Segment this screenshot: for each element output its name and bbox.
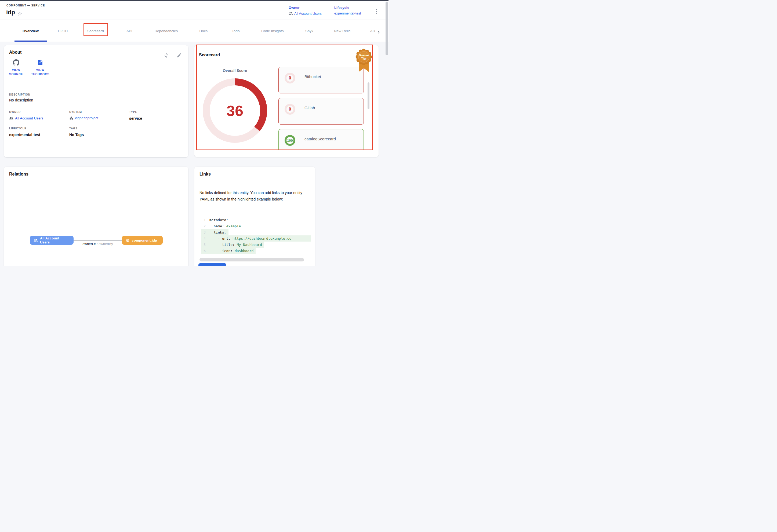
people-icon: [33, 238, 38, 242]
chip-icon: [126, 238, 130, 242]
scorecard-item-catalogscorecard[interactable]: 100catalogScorecard: [279, 129, 364, 150]
tab-new-relic[interactable]: New Relic: [334, 29, 350, 33]
favorite-star-icon[interactable]: [17, 11, 22, 16]
view-techdocs-label: VIEW TECHDOCS: [31, 68, 49, 76]
code-line-4: 4 - url: https://dashboard.example.co: [201, 235, 311, 242]
view-source-link[interactable]: VIEW SOURCE: [6, 59, 26, 76]
scorecard-item-gitlab[interactable]: 0Gitlab: [279, 98, 364, 125]
edge-to-label: ownedBy: [99, 242, 113, 246]
description-label: DESCRIPTION: [9, 93, 30, 96]
owner-value[interactable]: All Account Users: [289, 11, 322, 16]
tab-code-insights[interactable]: Code Insights: [261, 29, 284, 33]
edge-from-label: ownerOf: [83, 242, 96, 246]
view-source-label: VIEW SOURCE: [9, 68, 23, 76]
owner-summary: Owner All Account Users: [289, 6, 322, 16]
scorecard-item-label: Gitlab: [305, 106, 315, 110]
edit-pencil-icon[interactable]: [177, 52, 182, 58]
relation-node-owner[interactable]: All Account Users: [30, 236, 74, 245]
tab-snyk[interactable]: Snyk: [305, 29, 313, 33]
tab-dependencies[interactable]: Dependencies: [155, 29, 178, 33]
score-ring: 100: [285, 135, 295, 146]
code-line-3: 3 links:: [201, 229, 311, 235]
code-line-2: 2 name: example: [201, 223, 311, 229]
page-title: idp: [6, 9, 15, 16]
tags-field-label: TAGS: [69, 127, 78, 130]
owner-field-link: All Account Users: [15, 116, 43, 120]
category-icon: [69, 116, 73, 120]
description-value: No description: [9, 98, 33, 102]
links-card-title: Links: [200, 172, 211, 177]
relation-node-component[interactable]: component:idp: [122, 236, 163, 245]
page-scrollbar[interactable]: [385, 2, 388, 55]
document-icon: [37, 59, 43, 66]
badge-text-line1: Bronze: [359, 54, 369, 57]
about-card-title: About: [9, 50, 21, 55]
lifecycle-field-label: LIFECYCLE: [9, 127, 27, 130]
code-horizontal-scrollbar[interactable]: [200, 258, 304, 261]
owner-link: All Account Users: [294, 12, 322, 16]
tabs-scroll-right-icon[interactable]: [376, 30, 381, 34]
tab-todo[interactable]: Todo: [232, 29, 239, 33]
scorecard-item-list: 0Bitbucket0Gitlab100catalogScorecard: [279, 67, 364, 150]
type-field-label: TYPE: [129, 111, 137, 114]
overall-score-value: 36: [203, 79, 267, 143]
owner-label: Owner: [289, 6, 322, 10]
tab-overview[interactable]: Overview: [22, 29, 39, 33]
system-field-link: vigneshproject: [75, 116, 98, 120]
lifecycle-field-value: experimental-test: [9, 133, 40, 137]
overall-score-label: Overall Score: [203, 69, 267, 73]
scorecard-item-label: catalogScorecard: [305, 137, 336, 141]
tab-docs[interactable]: Docs: [200, 29, 208, 33]
view-techdocs-link[interactable]: VIEW TECHDOCS: [26, 59, 54, 76]
page-header: COMPONENT — SERVICE idp Owner All Accoun…: [0, 1, 388, 20]
scorecard-card-title: Scorecard: [199, 52, 220, 57]
github-icon: [13, 59, 19, 66]
score-ring: 0: [285, 73, 295, 84]
component-node-label: component:idp: [132, 238, 157, 242]
more-options-icon[interactable]: [374, 7, 379, 16]
active-tab-indicator: [14, 40, 47, 42]
scorecard-item-bitbucket[interactable]: 0Bitbucket: [279, 67, 364, 94]
people-icon: [289, 11, 293, 16]
tags-field-value: No Tags: [69, 133, 84, 137]
people-icon: [9, 116, 13, 120]
cut-off-blue-button[interactable]: [198, 263, 226, 266]
tab-bar: OverviewCI/CDScorecardAPIDependenciesDoc…: [0, 20, 388, 42]
scorecard-item-label: Bitbucket: [305, 74, 321, 79]
relation-edge-line: [74, 240, 122, 241]
lifecycle-label: Lifecycle: [334, 6, 361, 10]
owner-field-value[interactable]: All Account Users: [9, 116, 43, 120]
score-ring: 0: [285, 104, 295, 115]
code-line-5: 5 title: My Dashboard: [201, 242, 311, 248]
code-line-1: 1metadata:: [201, 217, 311, 223]
system-field-label: SYSTEM: [69, 111, 82, 114]
type-field-value: service: [129, 116, 142, 121]
owner-node-label: All Account Users: [40, 236, 70, 244]
refresh-icon[interactable]: [164, 52, 169, 58]
relations-card: [4, 167, 188, 266]
system-field-value[interactable]: vigneshproject: [69, 116, 98, 120]
tab-ci-cd[interactable]: CI/CD: [58, 29, 68, 33]
badge-text-line2: Tier: [361, 57, 367, 60]
bronze-tier-badge: Bronze Tier: [355, 48, 373, 73]
relation-edge-label: ownerOf / ownedBy: [74, 242, 122, 246]
relations-card-title: Relations: [9, 172, 28, 177]
lifecycle-summary: Lifecycle experimental-test: [334, 6, 361, 15]
tab-ad[interactable]: AD: [370, 29, 375, 33]
tab-api[interactable]: API: [126, 29, 132, 33]
links-empty-message: No links defined for this entity. You ca…: [200, 189, 307, 203]
owner-field-label: OWNER: [9, 111, 21, 114]
yaml-code-example: 1metadata:2 name: example3 links:4 - url…: [201, 217, 311, 254]
lifecycle-value: experimental-test: [334, 11, 361, 15]
scorecard-list-scrollbar[interactable]: [367, 83, 369, 109]
code-line-6: 6 icon: dashboard: [201, 248, 311, 254]
tab-scorecard[interactable]: Scorecard: [87, 29, 104, 33]
breadcrumb: COMPONENT — SERVICE: [6, 4, 45, 7]
